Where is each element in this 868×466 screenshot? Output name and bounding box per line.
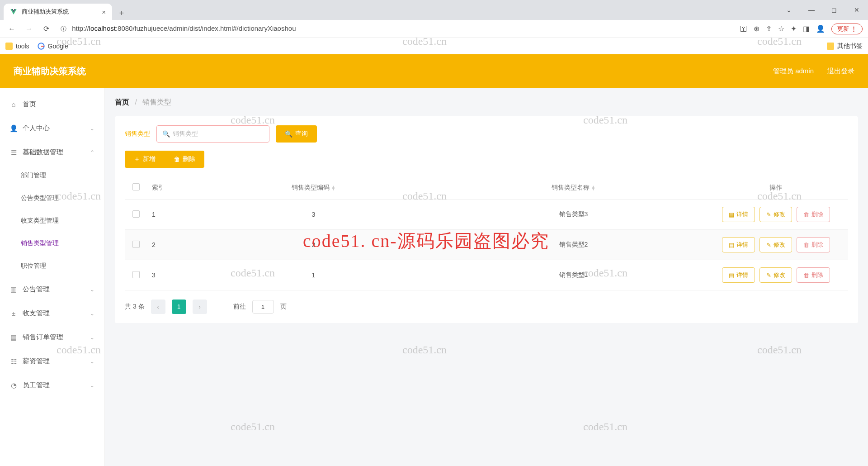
chevron-down-icon: ⌄ [90,358,94,365]
trash-icon: 🗑 [803,272,809,279]
checkbox[interactable] [132,183,140,190]
app-header: 商业辅助决策系统 管理员 admin 退出登录 [0,54,868,88]
table-row: 31销售类型1▤详情✎修改🗑删除 [125,260,848,290]
sidebar-item-staff[interactable]: ◔ 员工管理 ⌄ [0,373,104,397]
sort-icon: ▲▼ [331,185,336,190]
reload-button[interactable]: ⟳ [40,23,52,35]
url-rest: :8080/fuzhujuece/admin/dist/index.html#/… [116,24,296,32]
doc-icon: ▤ [729,272,734,279]
trash-icon: 🗑 [803,211,809,218]
sidebar-item-personal[interactable]: 👤 个人中心 ⌄ [0,116,104,140]
sidepanel-icon[interactable]: ◨ [803,24,810,33]
edit-button[interactable]: ✎修改 [760,207,792,222]
sidebar-item-dept[interactable]: 部门管理 [0,164,104,187]
logout-link[interactable]: 退出登录 [827,67,854,76]
page-prev[interactable]: ‹ [151,300,165,314]
home-icon: ⌂ [10,101,17,108]
data-table: 索引 销售类型编码▲▼ 销售类型名称▲▼ 操作 13销售类型3▤详情✎修改🗑删除… [125,176,848,290]
action-buttons: ＋新增 🗑删除 [125,151,848,168]
maximize-button[interactable]: ◻ [823,0,845,20]
content-panel: 销售类型 🔍 销售类型 🔍 查询 ＋新增 🗑删除 索引 [115,116,858,323]
breadcrumb-home[interactable]: 首页 [115,98,129,106]
edit-button[interactable]: ✎修改 [760,237,792,252]
sidebar-item-inout[interactable]: ± 收支管理 ⌄ [0,301,104,325]
folder-icon [5,43,13,50]
search-label: 销售类型 [125,130,150,138]
chevron-down-icon[interactable]: ⌄ [778,0,800,20]
goto-prefix: 前往 [233,303,246,311]
browser-chrome: 商业辅助决策系统 × + ⌄ — ◻ ✕ ← → ⟳ ⓘ http://loca… [0,0,868,54]
doc-icon: ▤ [729,211,734,218]
checkbox[interactable] [132,271,140,278]
page-number[interactable]: 1 [172,300,186,314]
bookmark-icon[interactable]: ☆ [778,24,784,33]
add-button[interactable]: ＋新增 [125,151,165,168]
browser-tab[interactable]: 商业辅助决策系统 × [4,4,112,20]
sidebar-item-order[interactable]: ▤ 销售订单管理 ⌄ [0,325,104,349]
extensions-icon[interactable]: ✦ [791,24,797,33]
doc-icon: ▤ [729,242,734,248]
th-code[interactable]: 销售类型编码▲▼ [184,176,443,200]
row-delete-button[interactable]: 🗑删除 [797,207,830,222]
cell-code: 2 [184,230,443,260]
sidebar-item-salary[interactable]: ☷ 薪资管理 ⌄ [0,349,104,373]
address-bar[interactable]: ⓘ http://localhost:8080/fuzhujuece/admin… [57,24,736,33]
folder-icon [827,43,834,50]
chart-icon: ▥ [10,286,17,293]
breadcrumb: 首页 / 销售类型 [115,98,858,107]
bookmark-other[interactable]: 其他书签 [827,42,863,50]
checkbox[interactable] [132,241,140,248]
sidebar-item-inout-type[interactable]: 收支类型管理 [0,209,104,232]
query-button[interactable]: 🔍 查询 [276,125,317,143]
new-tab-button[interactable]: + [115,6,128,20]
update-button[interactable]: 更新 ⋮ [831,24,863,34]
sidebar-item-home[interactable]: ⌂ 首页 [0,92,104,116]
th-checkbox [125,176,147,200]
sidebar-item-sales-type[interactable]: 销售类型管理 [0,232,104,255]
detail-button[interactable]: ▤详情 [722,237,755,252]
cell-index: 2 [147,230,184,260]
omnibar-actions: ⚿ ⊕ ⇪ ☆ ✦ ◨ 👤 更新 ⋮ [740,24,863,34]
sidebar-item-position[interactable]: 职位管理 [0,255,104,277]
share-icon[interactable]: ⇪ [766,24,772,33]
minimize-button[interactable]: — [800,0,823,20]
detail-button[interactable]: ▤详情 [722,207,755,222]
breadcrumb-sep: / [135,98,137,106]
search-icon: 🔍 [162,130,170,138]
tab-strip: 商业辅助决策系统 × + ⌄ — ◻ ✕ [0,0,868,20]
detail-button[interactable]: ▤详情 [722,267,755,283]
close-icon[interactable]: × [102,8,106,16]
goto-input[interactable] [252,300,274,314]
delete-button[interactable]: 🗑删除 [165,151,204,168]
sidebar-item-notice-type[interactable]: 公告类型管理 [0,187,104,209]
bookmarks-bar: tools Google 其他书签 [0,38,868,54]
checkbox[interactable] [132,210,140,218]
page-total: 共 3 条 [125,303,145,311]
sidebar-item-notice[interactable]: ▥ 公告管理 ⌄ [0,277,104,301]
th-name[interactable]: 销售类型名称▲▼ [443,176,703,200]
zoom-icon[interactable]: ⊕ [754,24,760,33]
row-delete-button[interactable]: 🗑删除 [797,267,830,283]
close-window-button[interactable]: ✕ [845,0,868,20]
sidebar-item-basic-data[interactable]: ☰ 基础数据管理 ⌃ [0,140,104,164]
cell-code: 1 [184,260,443,290]
bookmark-tools[interactable]: tools [5,43,29,50]
profile-icon[interactable]: 👤 [816,24,825,33]
table-row: 13销售类型3▤详情✎修改🗑删除 [125,200,848,230]
order-icon: ▤ [10,334,17,341]
chevron-down-icon: ⌄ [90,286,94,293]
forward-button[interactable]: → [23,23,35,35]
cell-name: 销售类型1 [443,260,703,290]
back-button[interactable]: ← [5,23,18,35]
edit-icon: ✎ [766,242,771,248]
edit-button[interactable]: ✎修改 [760,267,792,283]
key-icon[interactable]: ⚿ [740,25,747,33]
th-index[interactable]: 索引 [147,176,184,200]
app-body: ⌂ 首页 👤 个人中心 ⌄ ☰ 基础数据管理 ⌃ 部门管理 公告类型管理 收支类… [0,88,868,466]
bookmark-google[interactable]: Google [38,43,68,50]
row-delete-button[interactable]: 🗑删除 [797,237,830,252]
search-input[interactable]: 🔍 销售类型 [156,125,269,143]
page-next[interactable]: › [193,300,207,314]
user-label[interactable]: 管理员 admin [773,67,814,76]
search-icon: 🔍 [285,130,292,138]
